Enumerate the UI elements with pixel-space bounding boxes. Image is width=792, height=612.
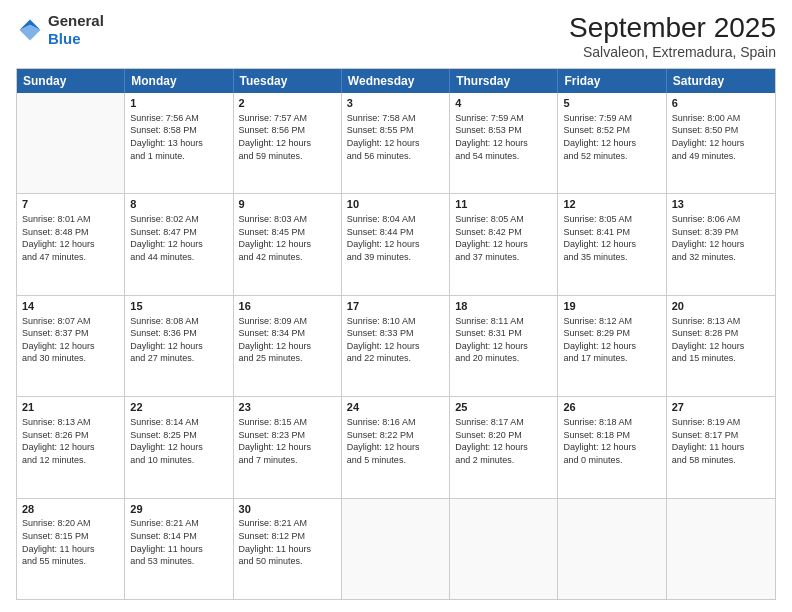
logo-icon (16, 16, 44, 44)
day-content: Sunrise: 8:03 AM Sunset: 8:45 PM Dayligh… (239, 213, 336, 263)
cal-cell: 18Sunrise: 8:11 AM Sunset: 8:31 PM Dayli… (450, 296, 558, 396)
cal-cell: 27Sunrise: 8:19 AM Sunset: 8:17 PM Dayli… (667, 397, 775, 497)
cal-cell: 19Sunrise: 8:12 AM Sunset: 8:29 PM Dayli… (558, 296, 666, 396)
day-number: 12 (563, 197, 660, 212)
cal-cell: 23Sunrise: 8:15 AM Sunset: 8:23 PM Dayli… (234, 397, 342, 497)
cal-cell: 24Sunrise: 8:16 AM Sunset: 8:22 PM Dayli… (342, 397, 450, 497)
day-content: Sunrise: 8:18 AM Sunset: 8:18 PM Dayligh… (563, 416, 660, 466)
logo-general: General (48, 12, 104, 30)
day-number: 1 (130, 96, 227, 111)
day-content: Sunrise: 7:57 AM Sunset: 8:56 PM Dayligh… (239, 112, 336, 162)
week-row-3: 14Sunrise: 8:07 AM Sunset: 8:37 PM Dayli… (17, 296, 775, 397)
day-number: 22 (130, 400, 227, 415)
day-number: 9 (239, 197, 336, 212)
cal-cell: 22Sunrise: 8:14 AM Sunset: 8:25 PM Dayli… (125, 397, 233, 497)
header-day-saturday: Saturday (667, 69, 775, 93)
week-row-1: 1Sunrise: 7:56 AM Sunset: 8:58 PM Daylig… (17, 93, 775, 194)
cal-cell: 9Sunrise: 8:03 AM Sunset: 8:45 PM Daylig… (234, 194, 342, 294)
cal-cell: 5Sunrise: 7:59 AM Sunset: 8:52 PM Daylig… (558, 93, 666, 193)
day-number: 6 (672, 96, 770, 111)
day-number: 10 (347, 197, 444, 212)
day-content: Sunrise: 8:19 AM Sunset: 8:17 PM Dayligh… (672, 416, 770, 466)
cal-cell: 20Sunrise: 8:13 AM Sunset: 8:28 PM Dayli… (667, 296, 775, 396)
month-title: September 2025 (569, 12, 776, 44)
day-content: Sunrise: 8:17 AM Sunset: 8:20 PM Dayligh… (455, 416, 552, 466)
day-number: 21 (22, 400, 119, 415)
cal-cell: 12Sunrise: 8:05 AM Sunset: 8:41 PM Dayli… (558, 194, 666, 294)
day-content: Sunrise: 8:13 AM Sunset: 8:26 PM Dayligh… (22, 416, 119, 466)
header-day-thursday: Thursday (450, 69, 558, 93)
day-number: 11 (455, 197, 552, 212)
day-content: Sunrise: 8:14 AM Sunset: 8:25 PM Dayligh… (130, 416, 227, 466)
day-content: Sunrise: 8:11 AM Sunset: 8:31 PM Dayligh… (455, 315, 552, 365)
cal-cell (558, 499, 666, 599)
day-content: Sunrise: 8:21 AM Sunset: 8:12 PM Dayligh… (239, 517, 336, 567)
day-content: Sunrise: 8:04 AM Sunset: 8:44 PM Dayligh… (347, 213, 444, 263)
day-number: 5 (563, 96, 660, 111)
day-content: Sunrise: 7:59 AM Sunset: 8:53 PM Dayligh… (455, 112, 552, 162)
cal-cell: 30Sunrise: 8:21 AM Sunset: 8:12 PM Dayli… (234, 499, 342, 599)
cal-cell: 7Sunrise: 8:01 AM Sunset: 8:48 PM Daylig… (17, 194, 125, 294)
cal-cell (450, 499, 558, 599)
cal-cell: 6Sunrise: 8:00 AM Sunset: 8:50 PM Daylig… (667, 93, 775, 193)
day-number: 29 (130, 502, 227, 517)
day-number: 17 (347, 299, 444, 314)
logo-blue: Blue (48, 30, 104, 48)
cal-cell: 16Sunrise: 8:09 AM Sunset: 8:34 PM Dayli… (234, 296, 342, 396)
day-number: 15 (130, 299, 227, 314)
cal-cell: 28Sunrise: 8:20 AM Sunset: 8:15 PM Dayli… (17, 499, 125, 599)
day-content: Sunrise: 8:08 AM Sunset: 8:36 PM Dayligh… (130, 315, 227, 365)
cal-cell: 25Sunrise: 8:17 AM Sunset: 8:20 PM Dayli… (450, 397, 558, 497)
day-number: 20 (672, 299, 770, 314)
day-content: Sunrise: 7:59 AM Sunset: 8:52 PM Dayligh… (563, 112, 660, 162)
day-number: 28 (22, 502, 119, 517)
day-content: Sunrise: 8:06 AM Sunset: 8:39 PM Dayligh… (672, 213, 770, 263)
cal-cell: 11Sunrise: 8:05 AM Sunset: 8:42 PM Dayli… (450, 194, 558, 294)
day-content: Sunrise: 8:02 AM Sunset: 8:47 PM Dayligh… (130, 213, 227, 263)
week-row-4: 21Sunrise: 8:13 AM Sunset: 8:26 PM Dayli… (17, 397, 775, 498)
day-content: Sunrise: 8:16 AM Sunset: 8:22 PM Dayligh… (347, 416, 444, 466)
day-content: Sunrise: 8:00 AM Sunset: 8:50 PM Dayligh… (672, 112, 770, 162)
cal-cell (17, 93, 125, 193)
cal-cell: 1Sunrise: 7:56 AM Sunset: 8:58 PM Daylig… (125, 93, 233, 193)
day-number: 24 (347, 400, 444, 415)
day-number: 13 (672, 197, 770, 212)
cal-cell: 4Sunrise: 7:59 AM Sunset: 8:53 PM Daylig… (450, 93, 558, 193)
logo: General Blue (16, 12, 104, 48)
calendar-body: 1Sunrise: 7:56 AM Sunset: 8:58 PM Daylig… (17, 93, 775, 599)
cal-cell: 8Sunrise: 8:02 AM Sunset: 8:47 PM Daylig… (125, 194, 233, 294)
day-content: Sunrise: 7:56 AM Sunset: 8:58 PM Dayligh… (130, 112, 227, 162)
day-number: 3 (347, 96, 444, 111)
cal-cell: 26Sunrise: 8:18 AM Sunset: 8:18 PM Dayli… (558, 397, 666, 497)
day-content: Sunrise: 8:10 AM Sunset: 8:33 PM Dayligh… (347, 315, 444, 365)
day-content: Sunrise: 7:58 AM Sunset: 8:55 PM Dayligh… (347, 112, 444, 162)
day-content: Sunrise: 8:07 AM Sunset: 8:37 PM Dayligh… (22, 315, 119, 365)
cal-cell (342, 499, 450, 599)
cal-cell: 10Sunrise: 8:04 AM Sunset: 8:44 PM Dayli… (342, 194, 450, 294)
logo-text: General Blue (48, 12, 104, 48)
day-number: 18 (455, 299, 552, 314)
day-number: 19 (563, 299, 660, 314)
day-content: Sunrise: 8:12 AM Sunset: 8:29 PM Dayligh… (563, 315, 660, 365)
cal-cell: 15Sunrise: 8:08 AM Sunset: 8:36 PM Dayli… (125, 296, 233, 396)
day-number: 14 (22, 299, 119, 314)
cal-cell: 14Sunrise: 8:07 AM Sunset: 8:37 PM Dayli… (17, 296, 125, 396)
day-content: Sunrise: 8:15 AM Sunset: 8:23 PM Dayligh… (239, 416, 336, 466)
week-row-5: 28Sunrise: 8:20 AM Sunset: 8:15 PM Dayli… (17, 499, 775, 599)
day-number: 7 (22, 197, 119, 212)
day-number: 23 (239, 400, 336, 415)
cal-cell: 3Sunrise: 7:58 AM Sunset: 8:55 PM Daylig… (342, 93, 450, 193)
week-row-2: 7Sunrise: 8:01 AM Sunset: 8:48 PM Daylig… (17, 194, 775, 295)
day-content: Sunrise: 8:05 AM Sunset: 8:42 PM Dayligh… (455, 213, 552, 263)
day-number: 27 (672, 400, 770, 415)
header-day-monday: Monday (125, 69, 233, 93)
header-day-sunday: Sunday (17, 69, 125, 93)
day-number: 8 (130, 197, 227, 212)
day-number: 30 (239, 502, 336, 517)
cal-cell: 2Sunrise: 7:57 AM Sunset: 8:56 PM Daylig… (234, 93, 342, 193)
cal-cell: 17Sunrise: 8:10 AM Sunset: 8:33 PM Dayli… (342, 296, 450, 396)
day-content: Sunrise: 8:13 AM Sunset: 8:28 PM Dayligh… (672, 315, 770, 365)
calendar-header: SundayMondayTuesdayWednesdayThursdayFrid… (17, 69, 775, 93)
header-day-tuesday: Tuesday (234, 69, 342, 93)
page: General Blue September 2025 Salvaleon, E… (0, 0, 792, 612)
